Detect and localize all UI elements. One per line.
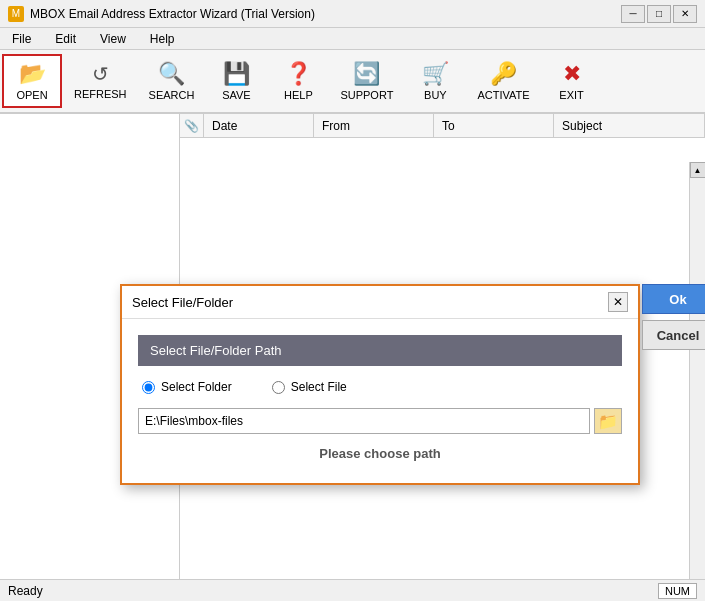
browse-button[interactable]: 📁 bbox=[594, 408, 622, 434]
dialog-title-bar: Select File/Folder ✕ bbox=[122, 286, 638, 319]
save-icon: 💾 bbox=[223, 61, 250, 87]
num-indicator: NUM bbox=[658, 583, 697, 599]
path-row: 📁 bbox=[138, 408, 622, 434]
buy-icon: 🛒 bbox=[422, 61, 449, 87]
main-area: 📎 Date From To Subject ▲ Select File/Fol… bbox=[0, 114, 705, 579]
open-label: OPEN bbox=[16, 89, 47, 101]
menu-bar: File Edit View Help bbox=[0, 28, 705, 50]
search-icon: 🔍 bbox=[158, 61, 185, 87]
refresh-label: REFRESH bbox=[74, 88, 127, 100]
toolbar: 📂 OPEN ↺ REFRESH 🔍 SEARCH 💾 SAVE ❓ HELP … bbox=[0, 50, 705, 114]
app-icon: M bbox=[8, 6, 24, 22]
close-button[interactable]: ✕ bbox=[673, 5, 697, 23]
buy-button[interactable]: 🛒 BUY bbox=[405, 54, 465, 108]
select-file-radio[interactable] bbox=[272, 381, 285, 394]
select-folder-option[interactable]: Select Folder bbox=[142, 380, 232, 394]
support-button[interactable]: 🔄 SUPPORT bbox=[330, 54, 403, 108]
activate-label: ACTIVATE bbox=[477, 89, 529, 101]
activate-button[interactable]: 🔑 ACTIVATE bbox=[467, 54, 539, 108]
search-button[interactable]: 🔍 SEARCH bbox=[139, 54, 205, 108]
refresh-icon: ↺ bbox=[92, 62, 109, 86]
help-icon: ❓ bbox=[285, 61, 312, 87]
footer-text: Please choose path bbox=[319, 446, 440, 461]
activate-icon: 🔑 bbox=[490, 61, 517, 87]
title-bar-left: M MBOX Email Address Extractor Wizard (T… bbox=[8, 6, 315, 22]
open-button[interactable]: 📂 OPEN bbox=[2, 54, 62, 108]
ok-button[interactable]: Ok bbox=[642, 284, 705, 314]
select-file-folder-dialog: Select File/Folder ✕ Select File/Folder … bbox=[120, 284, 640, 485]
select-folder-label: Select Folder bbox=[161, 380, 232, 394]
status-indicators: NUM bbox=[658, 583, 697, 599]
refresh-button[interactable]: ↺ REFRESH bbox=[64, 54, 137, 108]
section-header-text: Select File/Folder Path bbox=[150, 343, 282, 358]
title-bar: M MBOX Email Address Extractor Wizard (T… bbox=[0, 0, 705, 28]
window-controls[interactable]: ─ □ ✕ bbox=[621, 5, 697, 23]
menu-file[interactable]: File bbox=[4, 30, 39, 48]
menu-edit[interactable]: Edit bbox=[47, 30, 84, 48]
open-icon: 📂 bbox=[19, 61, 46, 87]
exit-label: EXIT bbox=[559, 89, 583, 101]
minimize-button[interactable]: ─ bbox=[621, 5, 645, 23]
support-icon: 🔄 bbox=[353, 61, 380, 87]
select-file-label: Select File bbox=[291, 380, 347, 394]
dialog-close-button[interactable]: ✕ bbox=[608, 292, 628, 312]
menu-help[interactable]: Help bbox=[142, 30, 183, 48]
select-folder-radio[interactable] bbox=[142, 381, 155, 394]
support-label: SUPPORT bbox=[340, 89, 393, 101]
help-label: HELP bbox=[284, 89, 313, 101]
dialog-section-header: Select File/Folder Path bbox=[138, 335, 622, 366]
dialog-overlay: Select File/Folder ✕ Select File/Folder … bbox=[0, 114, 705, 579]
buy-label: BUY bbox=[424, 89, 447, 101]
exit-icon: ✖ bbox=[563, 61, 581, 87]
app-title: MBOX Email Address Extractor Wizard (Tri… bbox=[30, 7, 315, 21]
help-button[interactable]: ❓ HELP bbox=[268, 54, 328, 108]
radio-options-row: Select Folder Select File bbox=[138, 380, 622, 394]
dialog-footer: Please choose path bbox=[138, 434, 622, 467]
status-text: Ready bbox=[8, 584, 43, 598]
save-label: SAVE bbox=[222, 89, 251, 101]
dialog-title: Select File/Folder bbox=[132, 295, 233, 310]
save-button[interactable]: 💾 SAVE bbox=[206, 54, 266, 108]
search-label: SEARCH bbox=[149, 89, 195, 101]
maximize-button[interactable]: □ bbox=[647, 5, 671, 23]
select-file-option[interactable]: Select File bbox=[272, 380, 347, 394]
status-bar: Ready NUM bbox=[0, 579, 705, 601]
exit-button[interactable]: ✖ EXIT bbox=[542, 54, 602, 108]
cancel-button[interactable]: Cancel bbox=[642, 320, 705, 350]
path-input[interactable] bbox=[138, 408, 590, 434]
menu-view[interactable]: View bbox=[92, 30, 134, 48]
dialog-body: Select File/Folder Path Select Folder Se… bbox=[122, 319, 638, 483]
dialog-action-buttons: Ok Cancel bbox=[642, 284, 705, 350]
